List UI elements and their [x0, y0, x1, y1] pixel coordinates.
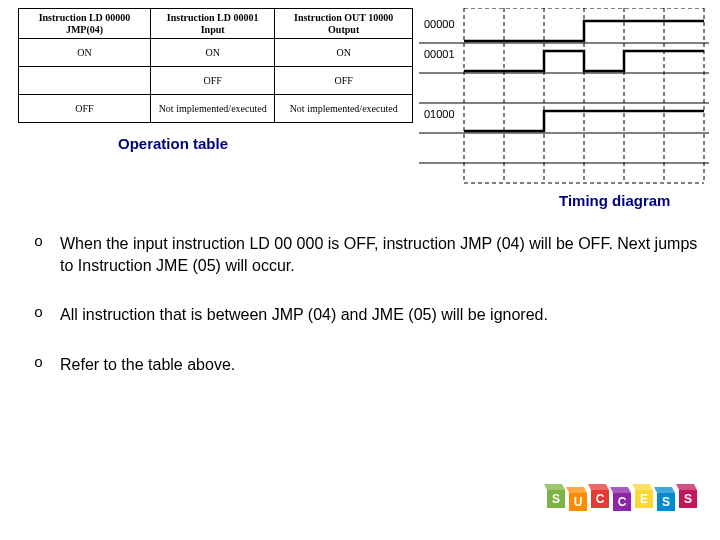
table-cell: OFF [151, 67, 275, 95]
svg-text:S: S [662, 495, 670, 509]
list-item: When the input instruction LD 00 000 is … [34, 233, 702, 276]
table-cell: OFF [19, 95, 151, 123]
svg-text:U: U [574, 495, 583, 509]
table-row: ON ON ON [19, 39, 413, 67]
svg-text:C: C [618, 495, 627, 509]
table-row: OFF Not implemented/executed Not impleme… [19, 95, 413, 123]
table-cell: ON [151, 39, 275, 67]
svg-text:S: S [684, 492, 692, 506]
table-cell: OFF [275, 67, 413, 95]
timing-diagram-caption: Timing diagram [559, 192, 699, 209]
svg-text:S: S [552, 492, 560, 506]
svg-marker-23 [610, 487, 631, 493]
list-item: Refer to the table above. [34, 354, 702, 376]
table-cell: Not implemented/executed [275, 95, 413, 123]
table-cell: ON [275, 39, 413, 67]
table-header: Instruction LD 00000 JMP(04) [19, 9, 151, 39]
svg-marker-20 [588, 484, 609, 490]
table-cell: ON [19, 39, 151, 67]
timing-signal-label: 00001 [424, 48, 455, 60]
timing-signal-label: 00000 [424, 18, 455, 30]
operation-table: Instruction LD 00000 JMP(04) Instruction… [18, 8, 413, 123]
success-blocks-icon: SUCCESS [540, 476, 700, 526]
timing-diagram-container: 00000 00001 01000 Timing diagram [419, 8, 699, 209]
svg-text:E: E [640, 492, 648, 506]
operation-table-container: Instruction LD 00000 JMP(04) Instruction… [18, 8, 413, 152]
table-row: OFF OFF [19, 67, 413, 95]
list-item: All instruction that is between JMP (04)… [34, 304, 702, 326]
table-header: Instruction OUT 10000 Output [275, 9, 413, 39]
svg-text:C: C [596, 492, 605, 506]
svg-marker-26 [632, 484, 653, 490]
table-cell: Not implemented/executed [151, 95, 275, 123]
svg-marker-29 [654, 487, 675, 493]
svg-marker-14 [544, 484, 565, 490]
svg-marker-32 [676, 484, 697, 490]
table-header: Instruction LD 00001 Input [151, 9, 275, 39]
table-cell [19, 67, 151, 95]
timing-diagram: 00000 00001 01000 [419, 8, 709, 188]
operation-table-caption: Operation table [118, 135, 413, 152]
timing-signal-label: 01000 [424, 108, 455, 120]
svg-marker-17 [566, 487, 587, 493]
bullet-list: When the input instruction LD 00 000 is … [18, 233, 702, 375]
